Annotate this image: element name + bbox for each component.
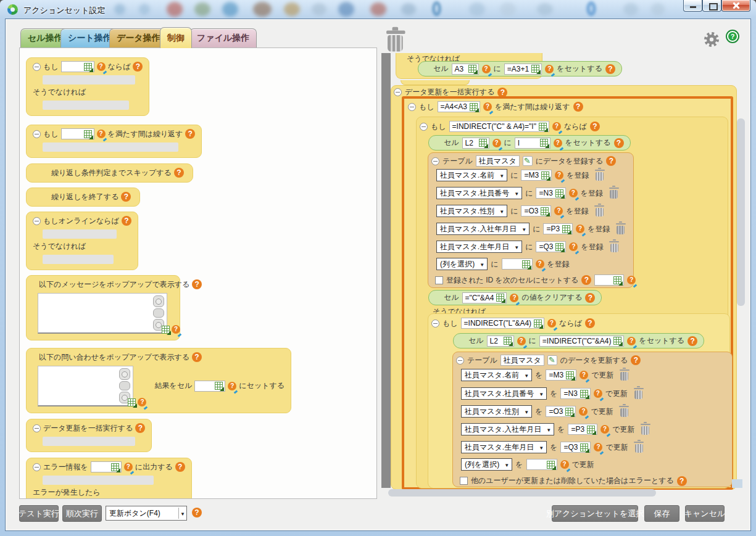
tab-control-selected[interactable]: 制御 xyxy=(160,27,192,48)
help-badge[interactable] xyxy=(121,192,131,202)
help-badge[interactable] xyxy=(122,216,131,226)
drop-slot[interactable] xyxy=(43,142,178,152)
step-run-button[interactable]: 順次実行 xyxy=(62,505,102,522)
formula-help-icon[interactable] xyxy=(627,276,636,284)
value-input[interactable]: =INDIRECT("C"&A4) xyxy=(539,336,625,347)
drop-slot[interactable] xyxy=(43,255,114,264)
cell-picker-icon[interactable] xyxy=(613,337,621,345)
value-input[interactable] xyxy=(502,258,533,270)
column-dropdown[interactable]: 社員マスタ.生年月日 xyxy=(436,241,522,253)
value-input[interactable] xyxy=(526,459,557,470)
cell-picker-icon[interactable] xyxy=(84,130,92,138)
value-input[interactable]: =A3+1 xyxy=(504,64,542,75)
collapse-icon[interactable] xyxy=(456,357,464,365)
cell-ref-input[interactable]: A3 xyxy=(452,64,479,75)
help-icon[interactable] xyxy=(727,31,738,42)
column-dropdown[interactable]: 社員マスタ.社員番号 xyxy=(436,187,522,199)
help-badge[interactable] xyxy=(573,102,583,112)
canvas-set-cell-action[interactable]: セル L2 に =INDIRECT("C"&A4) をセットする xyxy=(453,333,704,348)
cell-picker-icon[interactable] xyxy=(534,320,542,328)
formula-help-icon[interactable] xyxy=(492,139,501,147)
column-dropdown[interactable]: 社員マスタ.名前 xyxy=(436,169,507,181)
drop-slot[interactable] xyxy=(43,75,135,85)
condition-input[interactable]: =INDIRECT("C" & A4)="I" xyxy=(449,121,549,132)
cancel-button[interactable]: キャンセル xyxy=(685,505,725,522)
maximize-button[interactable] xyxy=(702,0,721,12)
cell-ref-input[interactable]: L2 xyxy=(487,336,514,347)
cell-picker-icon[interactable] xyxy=(541,171,549,179)
value-input[interactable]: =N3 xyxy=(560,388,590,399)
delete-row-button[interactable] xyxy=(635,444,643,453)
cell-ref-input[interactable]: L2 xyxy=(462,138,489,149)
delete-row-button[interactable] xyxy=(596,208,604,216)
help-badge[interactable] xyxy=(135,423,145,433)
tab-file-operations[interactable]: ファイル操作 xyxy=(189,28,257,47)
save-button[interactable]: 保存 xyxy=(644,505,679,522)
cell-picker-icon[interactable] xyxy=(470,103,478,111)
collapse-icon[interactable] xyxy=(33,130,41,138)
help-badge[interactable] xyxy=(175,462,185,472)
scroll-up-button[interactable] xyxy=(153,295,164,307)
cell-picker-icon[interactable] xyxy=(587,426,595,434)
scroll-thumb[interactable] xyxy=(119,381,130,390)
cell-picker-icon[interactable] xyxy=(555,189,563,197)
column-dropdown[interactable]: (列を選択) xyxy=(436,258,488,270)
delete-row-button[interactable] xyxy=(634,390,642,399)
formula-help-icon[interactable] xyxy=(547,319,556,328)
collapse-icon[interactable] xyxy=(408,103,416,111)
formula-help-icon[interactable] xyxy=(579,371,588,379)
formula-help-icon[interactable] xyxy=(579,407,588,416)
column-dropdown[interactable]: 社員マスタ.生年月日 xyxy=(461,441,547,453)
drop-slot[interactable] xyxy=(43,101,129,110)
formula-help-icon[interactable] xyxy=(576,225,584,233)
canvas-trash-icon[interactable] xyxy=(388,35,403,52)
cell-picker-icon[interactable] xyxy=(504,337,512,345)
test-run-button[interactable]: テスト実行 xyxy=(19,505,59,522)
minimize-button[interactable] xyxy=(683,0,702,12)
tab-data-operations[interactable]: データ操作 xyxy=(109,28,168,47)
value-input[interactable]: =P3 xyxy=(543,223,573,234)
formula-help-icon[interactable] xyxy=(482,65,491,73)
checkbox[interactable] xyxy=(460,477,468,485)
choose-other-action-set-button[interactable]: 別アクションセットを選択 xyxy=(552,505,638,522)
toolbox-show-prompt-block[interactable]: 以下の問い合わせをポップアップで表示する xyxy=(26,348,291,413)
value-input[interactable]: =P3 xyxy=(568,424,597,435)
inner-vertical-scroll-thumb[interactable] xyxy=(737,118,745,306)
formula-help-icon[interactable] xyxy=(545,65,554,73)
value-input[interactable]: I xyxy=(515,138,550,149)
cell-picker-icon[interactable] xyxy=(479,139,487,147)
settings-gear-icon[interactable] xyxy=(704,31,720,47)
checkbox[interactable] xyxy=(435,276,443,284)
cell-picker-icon[interactable] xyxy=(162,326,170,334)
table-name-input[interactable]: 社員マスタ xyxy=(476,155,520,167)
formula-help-icon[interactable] xyxy=(569,189,578,197)
close-button[interactable] xyxy=(721,0,750,12)
help-badge[interactable] xyxy=(585,318,595,328)
help-badge[interactable] xyxy=(590,122,600,131)
cell-picker-icon[interactable] xyxy=(562,225,570,233)
cell-picker-icon[interactable] xyxy=(541,207,549,215)
value-input[interactable]: =O3 xyxy=(546,406,576,417)
cell-picker-icon[interactable] xyxy=(547,461,555,469)
horizontal-scroll-thumb[interactable] xyxy=(388,489,656,497)
delete-row-button[interactable] xyxy=(596,172,604,181)
formula-help-icon[interactable] xyxy=(552,122,561,131)
value-input[interactable]: =Q3 xyxy=(560,442,591,453)
value-input[interactable]: =M3 xyxy=(521,170,552,181)
collapse-icon[interactable] xyxy=(33,424,41,432)
collapse-icon[interactable] xyxy=(33,63,41,71)
toolbox-skip-to-loop-check-block[interactable]: 繰り返し条件判定までスキップする xyxy=(26,163,193,183)
column-dropdown[interactable]: 社員マスタ.入社年月日 xyxy=(436,223,530,235)
value-input[interactable]: =N3 xyxy=(536,188,565,199)
help-badge[interactable] xyxy=(185,129,195,139)
column-dropdown[interactable]: 社員マスタ.入社年月日 xyxy=(461,423,554,435)
toolbox-error-output-block[interactable]: エラー情報を に出力する エラーが発生したら xyxy=(26,458,192,499)
scroll-up-button[interactable] xyxy=(119,368,130,380)
help-badge[interactable] xyxy=(581,275,591,285)
cell-picker-icon[interactable] xyxy=(531,65,539,73)
help-badge[interactable] xyxy=(614,138,624,148)
scroll-thumb[interactable] xyxy=(153,308,164,318)
toolbox-exit-loop-block[interactable]: 繰り返しを終了する xyxy=(26,188,140,207)
canvas-vertical-scrollbar[interactable] xyxy=(381,53,391,488)
formula-help-icon[interactable] xyxy=(510,294,518,302)
